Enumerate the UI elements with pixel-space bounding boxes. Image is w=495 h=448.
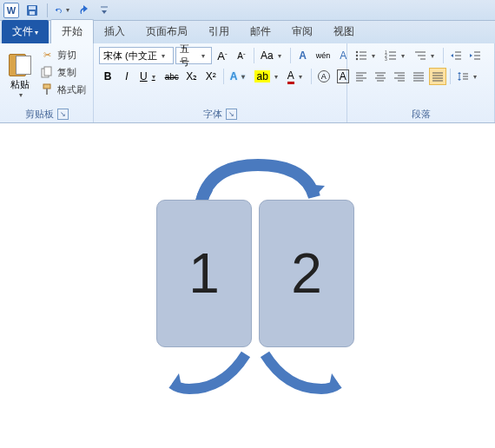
highlight-label: ab <box>254 70 269 82</box>
tab-references[interactable]: 引用 <box>198 20 240 43</box>
quick-access-toolbar: ▾ <box>24 3 112 18</box>
qat-separator <box>47 3 48 17</box>
svg-point-8 <box>356 51 358 53</box>
dropdown-icon: ▾ <box>275 52 284 60</box>
align-center-button[interactable] <box>372 68 389 85</box>
indent-icon <box>469 50 481 61</box>
highlight-button[interactable]: ab▾ <box>252 68 282 85</box>
svg-rect-5 <box>44 67 51 76</box>
grow-font-button[interactable]: Aˆ <box>214 47 231 64</box>
dropdown-icon: ▾ <box>239 73 248 81</box>
font-size-combo[interactable]: 五号▾ <box>175 47 212 64</box>
text-effects-button[interactable]: A▾ <box>228 68 251 85</box>
redo-button[interactable] <box>76 3 91 18</box>
svg-rect-2 <box>30 11 35 15</box>
dropdown-icon: ▾ <box>35 29 38 36</box>
dropdown-icon: ▾ <box>369 52 378 60</box>
copy-button[interactable]: 复制 <box>38 64 88 80</box>
numbering-button[interactable]: 123 ▾ <box>382 47 410 64</box>
font-launcher[interactable]: ↘ <box>226 109 237 120</box>
group-paragraph: ▾ 123 ▾ ▾ <box>347 43 495 122</box>
align-left-icon <box>355 71 367 82</box>
qat-customize-button[interactable] <box>96 3 112 18</box>
font-size-value: 五号 <box>180 43 198 69</box>
bold-label: B <box>104 70 112 82</box>
document-canvas[interactable]: 1 2 <box>0 123 495 448</box>
phonetic-a-label: A <box>299 49 307 62</box>
paste-button[interactable]: 粘贴 ▾ <box>3 45 36 101</box>
dropdown-icon: ▾ <box>16 91 25 99</box>
line-spacing-icon <box>457 71 469 82</box>
tab-view[interactable]: 视图 <box>323 20 365 43</box>
align-left-button[interactable] <box>353 68 370 85</box>
format-painter-label: 格式刷 <box>57 83 86 96</box>
cycle-arrow-bottom-left <box>163 347 259 396</box>
italic-button[interactable]: I <box>118 68 135 85</box>
group-font: 宋体 (中文正▾ 五号▾ Aˆ Aˇ Aa▾ A wén A B I <box>94 43 347 122</box>
enclosed-char-button[interactable]: A <box>315 68 333 85</box>
phonetic-wen-label: wén <box>316 51 331 60</box>
tab-insert[interactable]: 插入 <box>94 20 135 43</box>
clear-formatting-label: A <box>340 49 346 62</box>
clipboard-launcher[interactable]: ↘ <box>57 109 69 120</box>
align-center-icon <box>374 71 386 82</box>
strike-button[interactable]: abc <box>162 68 182 85</box>
line-spacing-button[interactable]: ▾ <box>454 68 482 85</box>
copy-label: 复制 <box>57 66 76 79</box>
group-clipboard: 粘贴 ▾ ✂ 剪切 复制 格式刷 <box>0 43 94 122</box>
tab-review[interactable]: 审阅 <box>281 20 323 43</box>
dropdown-icon: ▾ <box>159 52 168 60</box>
tab-file[interactable]: 文件▾ <box>2 20 49 43</box>
paste-label: 粘贴 <box>10 78 30 91</box>
svg-point-10 <box>356 55 358 56</box>
distributed-align-button[interactable] <box>429 68 446 85</box>
shrink-font-button[interactable]: Aˇ <box>233 47 250 64</box>
align-justify-button[interactable] <box>410 68 427 85</box>
phonetic-wen-button[interactable]: wén <box>314 47 333 64</box>
align-right-button[interactable] <box>391 68 408 85</box>
underline-label: U <box>140 70 148 82</box>
cut-button[interactable]: ✂ 剪切 <box>38 47 88 63</box>
change-case-button[interactable]: Aa▾ <box>258 47 287 64</box>
clipboard-group-label: 剪贴板 <box>25 108 54 121</box>
enclosed-char-label: A <box>318 70 330 82</box>
diagram-box-2[interactable]: 2 <box>259 200 354 347</box>
superscript-button[interactable]: X² <box>202 68 220 85</box>
tab-file-label: 文件 <box>12 25 33 37</box>
bullets-button[interactable]: ▾ <box>353 47 380 64</box>
svg-rect-1 <box>29 6 36 10</box>
dropdown-icon: ▾ <box>149 73 158 81</box>
align-right-icon <box>393 71 406 82</box>
underline-button[interactable]: U▾ <box>137 68 161 85</box>
distributed-icon <box>432 71 444 82</box>
paragraph-group-label: 段落 <box>412 108 431 121</box>
format-painter-button[interactable]: 格式刷 <box>38 82 88 97</box>
multilevel-list-button[interactable]: ▾ <box>412 47 439 64</box>
subscript-button[interactable]: X₂ <box>183 68 201 85</box>
brush-icon <box>40 82 54 96</box>
copy-icon <box>40 65 54 79</box>
font-color-button[interactable]: A▾ <box>285 68 307 85</box>
phonetic-a-button[interactable]: A <box>294 47 312 64</box>
dropdown-icon: ▾ <box>65 6 70 14</box>
tab-mail[interactable]: 邮件 <box>240 20 281 43</box>
save-button[interactable] <box>24 3 40 18</box>
font-name-combo[interactable]: 宋体 (中文正▾ <box>99 47 174 64</box>
numbering-icon: 123 <box>385 50 397 61</box>
multilevel-icon <box>414 50 426 61</box>
diagram-box-1[interactable]: 1 <box>156 200 252 347</box>
grow-font-label: A <box>217 49 225 63</box>
tab-home[interactable]: 开始 <box>50 19 94 43</box>
undo-button[interactable]: ▾ <box>55 3 70 18</box>
tab-layout[interactable]: 页面布局 <box>135 20 198 43</box>
decrease-indent-button[interactable] <box>447 47 465 64</box>
font-name-value: 宋体 (中文正 <box>103 49 157 63</box>
word-app-icon: W <box>3 3 19 18</box>
smartart-cycle-diagram[interactable]: 1 2 <box>148 149 365 401</box>
cut-label: 剪切 <box>57 49 76 62</box>
cycle-arrow-bottom-right <box>252 347 347 396</box>
ribbon-tabs: 文件▾ 开始 插入 页面布局 引用 邮件 审阅 视图 <box>0 21 495 43</box>
dropdown-icon: ▾ <box>272 73 280 81</box>
increase-indent-button[interactable] <box>466 47 484 64</box>
bold-button[interactable]: B <box>99 68 116 85</box>
